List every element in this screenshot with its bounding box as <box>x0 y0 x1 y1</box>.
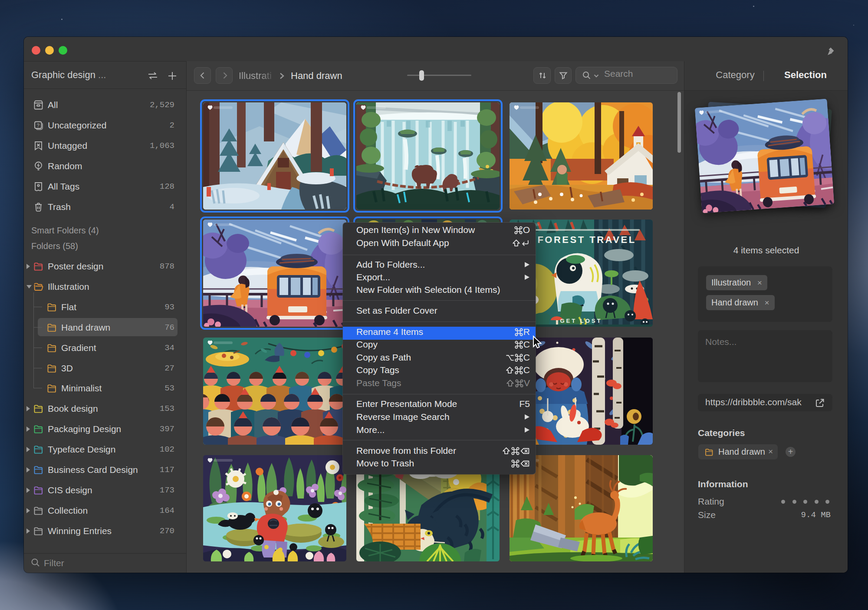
svg-text:GET LOST: GET LOST <box>560 318 602 324</box>
svg-text:FOREST TRAVEL: FOREST TRAVEL <box>537 234 636 245</box>
svg-text:?: ? <box>37 122 39 128</box>
